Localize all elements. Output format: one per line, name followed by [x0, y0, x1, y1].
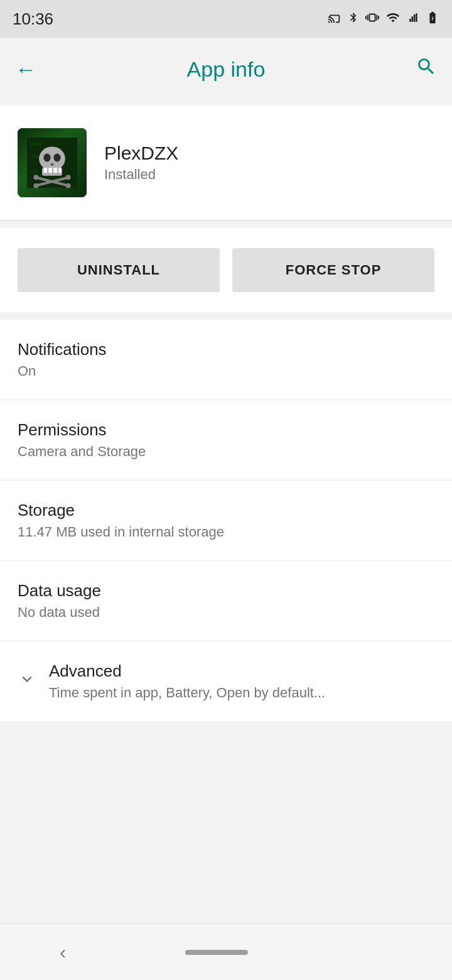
advanced-subtitle: Time spent in app, Battery, Open by defa…	[49, 685, 434, 701]
permissions-subtitle: Camera and Storage	[18, 444, 434, 460]
svg-point-18	[66, 175, 71, 180]
uninstall-button[interactable]: UNINSTALL	[18, 248, 220, 292]
settings-list: Notifications On Permissions Camera and …	[0, 320, 452, 721]
advanced-item[interactable]: Advanced Time spent in app, Battery, Ope…	[0, 641, 452, 721]
nav-back-button[interactable]: ‹	[60, 942, 66, 963]
app-details: PlexDZX Installed	[104, 143, 178, 183]
signal-icon	[407, 11, 419, 28]
svg-point-17	[33, 175, 38, 180]
svg-point-8	[43, 154, 50, 162]
vibrate-icon	[365, 11, 379, 28]
permissions-content: Permissions Camera and Storage	[18, 420, 434, 460]
status-time: 10:36	[13, 9, 53, 29]
app-install-status: Installed	[104, 166, 178, 183]
back-button[interactable]: ←	[15, 57, 36, 82]
toolbar: ← App info	[0, 38, 452, 101]
data-usage-subtitle: No data used	[18, 604, 434, 621]
page-title: App info	[187, 57, 266, 82]
storage-subtitle: 11.47 MB used in internal storage	[18, 524, 434, 540]
navigation-bar: ‹	[0, 923, 452, 980]
action-buttons-row: UNINSTALL FORCE STOP	[0, 228, 452, 312]
data-usage-content: Data usage No data used	[18, 581, 434, 621]
permissions-title: Permissions	[18, 420, 434, 440]
app-name: PlexDZX	[104, 143, 178, 164]
storage-title: Storage	[18, 501, 434, 520]
search-button[interactable]	[416, 56, 437, 82]
chevron-down-icon	[18, 670, 36, 693]
bluetooth-icon	[348, 11, 359, 28]
advanced-title: Advanced	[49, 662, 434, 681]
data-usage-title: Data usage	[18, 581, 434, 601]
force-stop-button[interactable]: FORCE STOP	[232, 248, 434, 292]
cast-icon	[328, 11, 342, 28]
app-info-card: 01001 10110 11001 01010 10101 11010	[0, 106, 452, 220]
storage-item[interactable]: Storage 11.47 MB used in internal storag…	[0, 481, 452, 561]
nav-home-pill[interactable]	[185, 950, 248, 955]
notifications-item[interactable]: Notifications On	[0, 320, 452, 400]
battery-icon	[426, 11, 439, 28]
notifications-subtitle: On	[18, 363, 434, 379]
svg-point-9	[53, 154, 60, 162]
permissions-item[interactable]: Permissions Camera and Storage	[0, 400, 452, 481]
svg-rect-11	[43, 168, 47, 173]
svg-text:01001: 01001	[30, 141, 41, 146]
svg-text:10101: 10101	[30, 170, 39, 173]
status-bar: 10:36	[0, 0, 452, 38]
storage-content: Storage 11.47 MB used in internal storag…	[18, 501, 434, 540]
data-usage-item[interactable]: Data usage No data used	[0, 561, 452, 641]
app-icon: 01001 10110 11001 01010 10101 11010	[18, 128, 87, 197]
advanced-content: Advanced Time spent in app, Battery, Ope…	[49, 662, 434, 701]
svg-point-7	[39, 146, 65, 170]
status-icons	[328, 11, 439, 28]
notifications-title: Notifications	[18, 340, 434, 359]
svg-rect-13	[53, 168, 57, 173]
notifications-content: Notifications On	[18, 340, 434, 379]
wifi-icon	[385, 11, 401, 28]
svg-rect-12	[48, 168, 52, 173]
svg-rect-14	[58, 168, 61, 173]
